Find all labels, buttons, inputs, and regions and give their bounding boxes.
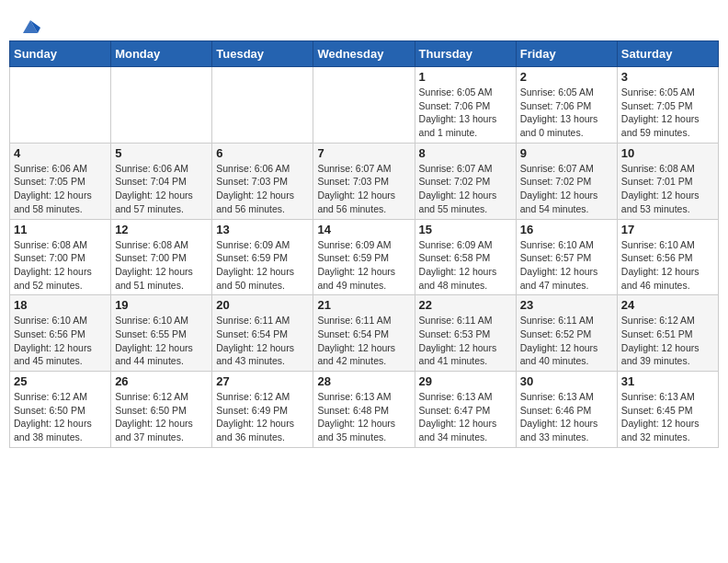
- day-number: 14: [317, 223, 410, 236]
- calendar-table: SundayMondayTuesdayWednesdayThursdayFrid…: [9, 40, 719, 448]
- day-cell-12: 12Sunrise: 6:08 AM Sunset: 7:00 PM Dayli…: [111, 219, 212, 295]
- col-header-wednesday: Wednesday: [313, 41, 415, 67]
- day-number: 15: [419, 223, 512, 236]
- empty-cell: [212, 67, 313, 144]
- day-cell-26: 26Sunrise: 6:12 AM Sunset: 6:50 PM Dayli…: [111, 372, 212, 448]
- empty-cell: [111, 67, 212, 144]
- day-info: Sunrise: 6:10 AM Sunset: 6:55 PM Dayligh…: [115, 314, 208, 368]
- day-cell-9: 9Sunrise: 6:07 AM Sunset: 7:02 PM Daylig…: [516, 143, 617, 219]
- day-info: Sunrise: 6:10 AM Sunset: 6:56 PM Dayligh…: [14, 314, 107, 368]
- day-info: Sunrise: 6:12 AM Sunset: 6:51 PM Dayligh…: [621, 314, 714, 368]
- day-cell-31: 31Sunrise: 6:13 AM Sunset: 6:45 PM Dayli…: [617, 372, 718, 448]
- day-info: Sunrise: 6:07 AM Sunset: 7:02 PM Dayligh…: [419, 162, 512, 216]
- day-info: Sunrise: 6:08 AM Sunset: 7:00 PM Dayligh…: [115, 238, 208, 293]
- day-number: 19: [115, 298, 208, 312]
- day-info: Sunrise: 6:12 AM Sunset: 6:50 PM Dayligh…: [115, 390, 208, 444]
- week-row-1: 1Sunrise: 6:05 AM Sunset: 7:06 PM Daylig…: [10, 67, 719, 144]
- day-cell-19: 19Sunrise: 6:10 AM Sunset: 6:55 PM Dayli…: [111, 295, 212, 372]
- calendar-header: SundayMondayTuesdayWednesdayThursdayFrid…: [10, 41, 719, 67]
- day-cell-23: 23Sunrise: 6:11 AM Sunset: 6:52 PM Dayli…: [516, 295, 617, 372]
- day-info: Sunrise: 6:08 AM Sunset: 7:00 PM Dayligh…: [14, 238, 107, 293]
- col-header-sunday: Sunday: [10, 41, 111, 67]
- day-cell-5: 5Sunrise: 6:06 AM Sunset: 7:04 PM Daylig…: [111, 143, 212, 219]
- day-number: 22: [419, 298, 512, 312]
- day-info: Sunrise: 6:05 AM Sunset: 7:05 PM Dayligh…: [621, 86, 714, 140]
- day-number: 6: [216, 146, 309, 160]
- day-number: 23: [520, 298, 613, 312]
- logo: [18, 17, 40, 31]
- day-info: Sunrise: 6:13 AM Sunset: 6:45 PM Dayligh…: [621, 390, 714, 444]
- day-info: Sunrise: 6:12 AM Sunset: 6:50 PM Dayligh…: [14, 390, 107, 444]
- day-number: 10: [621, 146, 714, 160]
- day-info: Sunrise: 6:11 AM Sunset: 6:54 PM Dayligh…: [216, 314, 309, 368]
- day-cell-7: 7Sunrise: 6:07 AM Sunset: 7:03 PM Daylig…: [313, 143, 415, 219]
- col-header-thursday: Thursday: [415, 41, 516, 67]
- day-number: 18: [14, 298, 107, 312]
- day-cell-4: 4Sunrise: 6:06 AM Sunset: 7:05 PM Daylig…: [10, 143, 111, 219]
- day-cell-1: 1Sunrise: 6:05 AM Sunset: 7:06 PM Daylig…: [415, 67, 516, 144]
- day-number: 27: [216, 374, 309, 388]
- day-number: 2: [520, 70, 613, 84]
- week-row-4: 18Sunrise: 6:10 AM Sunset: 6:56 PM Dayli…: [10, 295, 719, 372]
- day-info: Sunrise: 6:10 AM Sunset: 6:56 PM Dayligh…: [621, 238, 714, 293]
- day-number: 9: [520, 146, 613, 160]
- day-number: 1: [419, 70, 512, 84]
- col-header-saturday: Saturday: [617, 41, 718, 67]
- day-info: Sunrise: 6:06 AM Sunset: 7:05 PM Dayligh…: [14, 162, 107, 216]
- day-number: 3: [621, 70, 714, 84]
- day-cell-24: 24Sunrise: 6:12 AM Sunset: 6:51 PM Dayli…: [617, 295, 718, 372]
- day-cell-20: 20Sunrise: 6:11 AM Sunset: 6:54 PM Dayli…: [212, 295, 313, 372]
- day-cell-2: 2Sunrise: 6:05 AM Sunset: 7:06 PM Daylig…: [516, 67, 617, 144]
- day-info: Sunrise: 6:11 AM Sunset: 6:54 PM Dayligh…: [317, 314, 410, 368]
- col-header-tuesday: Tuesday: [212, 41, 313, 67]
- day-number: 31: [621, 374, 714, 388]
- col-header-monday: Monday: [111, 41, 212, 67]
- day-cell-11: 11Sunrise: 6:08 AM Sunset: 7:00 PM Dayli…: [10, 219, 111, 295]
- day-info: Sunrise: 6:13 AM Sunset: 6:48 PM Dayligh…: [317, 390, 410, 444]
- week-row-5: 25Sunrise: 6:12 AM Sunset: 6:50 PM Dayli…: [10, 372, 719, 448]
- day-cell-15: 15Sunrise: 6:09 AM Sunset: 6:58 PM Dayli…: [415, 219, 516, 295]
- day-info: Sunrise: 6:12 AM Sunset: 6:49 PM Dayligh…: [216, 390, 309, 444]
- day-info: Sunrise: 6:11 AM Sunset: 6:52 PM Dayligh…: [520, 314, 613, 368]
- day-cell-21: 21Sunrise: 6:11 AM Sunset: 6:54 PM Dayli…: [313, 295, 415, 372]
- week-row-2: 4Sunrise: 6:06 AM Sunset: 7:05 PM Daylig…: [10, 143, 719, 219]
- day-number: 16: [520, 223, 613, 236]
- day-cell-13: 13Sunrise: 6:09 AM Sunset: 6:59 PM Dayli…: [212, 219, 313, 295]
- day-info: Sunrise: 6:13 AM Sunset: 6:47 PM Dayligh…: [419, 390, 512, 444]
- day-cell-3: 3Sunrise: 6:05 AM Sunset: 7:05 PM Daylig…: [617, 67, 718, 144]
- day-number: 26: [115, 374, 208, 388]
- day-cell-30: 30Sunrise: 6:13 AM Sunset: 6:46 PM Dayli…: [516, 372, 617, 448]
- day-number: 8: [419, 146, 512, 160]
- day-info: Sunrise: 6:05 AM Sunset: 7:06 PM Dayligh…: [419, 86, 512, 140]
- day-number: 12: [115, 223, 208, 236]
- day-cell-27: 27Sunrise: 6:12 AM Sunset: 6:49 PM Dayli…: [212, 372, 313, 448]
- day-info: Sunrise: 6:08 AM Sunset: 7:01 PM Dayligh…: [621, 162, 714, 216]
- day-info: Sunrise: 6:06 AM Sunset: 7:03 PM Dayligh…: [216, 162, 309, 216]
- day-cell-18: 18Sunrise: 6:10 AM Sunset: 6:56 PM Dayli…: [10, 295, 111, 372]
- day-cell-8: 8Sunrise: 6:07 AM Sunset: 7:02 PM Daylig…: [415, 143, 516, 219]
- day-cell-17: 17Sunrise: 6:10 AM Sunset: 6:56 PM Dayli…: [617, 219, 718, 295]
- day-cell-22: 22Sunrise: 6:11 AM Sunset: 6:53 PM Dayli…: [415, 295, 516, 372]
- day-cell-28: 28Sunrise: 6:13 AM Sunset: 6:48 PM Dayli…: [313, 372, 415, 448]
- day-info: Sunrise: 6:09 AM Sunset: 6:58 PM Dayligh…: [419, 238, 512, 293]
- col-header-friday: Friday: [516, 41, 617, 67]
- day-cell-14: 14Sunrise: 6:09 AM Sunset: 6:59 PM Dayli…: [313, 219, 415, 295]
- day-number: 13: [216, 223, 309, 236]
- day-cell-10: 10Sunrise: 6:08 AM Sunset: 7:01 PM Dayli…: [617, 143, 718, 219]
- day-number: 24: [621, 298, 714, 312]
- week-row-3: 11Sunrise: 6:08 AM Sunset: 7:00 PM Dayli…: [10, 219, 719, 295]
- day-info: Sunrise: 6:11 AM Sunset: 6:53 PM Dayligh…: [419, 314, 512, 368]
- day-cell-16: 16Sunrise: 6:10 AM Sunset: 6:57 PM Dayli…: [516, 219, 617, 295]
- day-info: Sunrise: 6:06 AM Sunset: 7:04 PM Dayligh…: [115, 162, 208, 216]
- day-number: 21: [317, 298, 410, 312]
- day-cell-6: 6Sunrise: 6:06 AM Sunset: 7:03 PM Daylig…: [212, 143, 313, 219]
- day-cell-25: 25Sunrise: 6:12 AM Sunset: 6:50 PM Dayli…: [10, 372, 111, 448]
- day-number: 30: [520, 374, 613, 388]
- day-info: Sunrise: 6:05 AM Sunset: 7:06 PM Dayligh…: [520, 86, 613, 140]
- empty-cell: [313, 67, 415, 144]
- day-number: 29: [419, 374, 512, 388]
- empty-cell: [10, 67, 111, 144]
- day-info: Sunrise: 6:10 AM Sunset: 6:57 PM Dayligh…: [520, 238, 613, 293]
- day-number: 7: [317, 146, 410, 160]
- day-number: 5: [115, 146, 208, 160]
